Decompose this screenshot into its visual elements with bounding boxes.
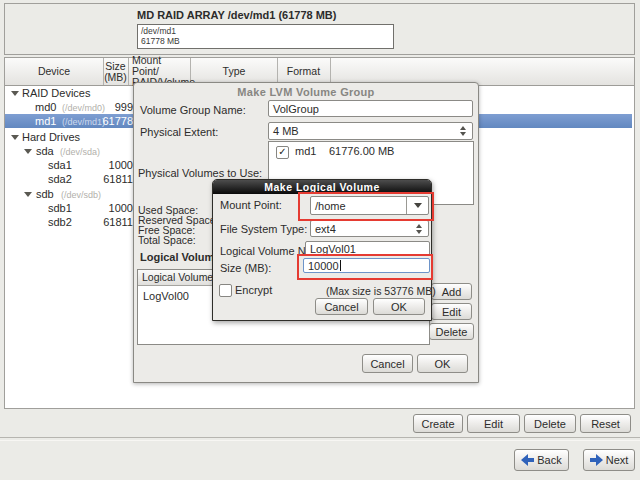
- column-header-device[interactable]: Device: [5, 58, 104, 85]
- column-header-mountpoint[interactable]: Mount Point/RAID/Volume: [128, 58, 191, 85]
- next-button[interactable]: Next: [583, 449, 635, 471]
- expander-icon[interactable]: [24, 149, 32, 154]
- device-size: 61811: [91, 215, 133, 229]
- device-name: sda1: [48, 158, 72, 172]
- lvm-ok-button[interactable]: OK: [417, 354, 468, 373]
- expander-icon[interactable]: [11, 135, 19, 140]
- create-button[interactable]: Create: [413, 414, 463, 433]
- spinner-icon[interactable]: [460, 126, 467, 136]
- device-name: sdb: [36, 187, 54, 201]
- column-header-type[interactable]: Type: [191, 58, 278, 85]
- chevron-down-icon[interactable]: [406, 197, 428, 214]
- edit-button[interactable]: Edit: [467, 414, 520, 433]
- dialog-title: Make LVM Volume Group: [134, 86, 478, 98]
- lvm-cancel-button[interactable]: Cancel: [362, 354, 413, 373]
- logical-volume-item[interactable]: LogVol00: [143, 290, 189, 302]
- delete-lv-button[interactable]: Delete: [429, 323, 474, 340]
- device-name: /dev/md1: [141, 26, 390, 36]
- reset-button[interactable]: Reset: [580, 414, 631, 433]
- pv-name: md1: [295, 145, 316, 157]
- dialog-title: Make Logical Volume: [264, 181, 380, 193]
- mount-point-combobox[interactable]: /home: [310, 196, 429, 215]
- device-size: 999: [91, 100, 133, 114]
- device-size: 61778: [91, 114, 133, 128]
- device-size: 61778 MB: [141, 36, 390, 46]
- size-label: Size (MB):: [220, 262, 271, 274]
- device-size: 1000: [91, 201, 133, 215]
- make-logical-volume-dialog: Make Logical Volume Mount Point: /home F…: [212, 179, 432, 321]
- logical-volume-name-input[interactable]: LogVol01: [305, 241, 430, 256]
- device-name: sdb1: [48, 201, 72, 215]
- tree-label: Hard Drives: [22, 130, 80, 144]
- size-input[interactable]: 10000: [303, 258, 430, 273]
- encrypt-label: Encrypt: [235, 284, 272, 296]
- add-button[interactable]: Add: [431, 283, 472, 300]
- max-size-note: (Max size is 53776 MB): [326, 285, 436, 297]
- device-name: sda2: [48, 172, 72, 186]
- page-title: MD RAID ARRAY /dev/md1 (61778 MB): [137, 9, 336, 21]
- edit-lv-button[interactable]: Edit: [431, 303, 472, 320]
- expander-icon[interactable]: [11, 91, 19, 96]
- spinner-icon[interactable]: [416, 224, 423, 234]
- device-header-panel: MD RAID ARRAY /dev/md1 (61778 MB) /dev/m…: [4, 3, 635, 55]
- installer-window: MD RAID ARRAY /dev/md1 (61778 MB) /dev/m…: [0, 0, 640, 480]
- encrypt-checkbox[interactable]: [219, 284, 232, 297]
- delete-button[interactable]: Delete: [524, 414, 576, 433]
- dialog-titlebar[interactable]: Make Logical Volume: [213, 180, 431, 194]
- text-cursor: [340, 260, 341, 271]
- physical-extent-select[interactable]: 4 MB: [268, 122, 473, 140]
- device-name: md0: [35, 100, 56, 114]
- device-path: (/dev/sda): [60, 145, 100, 159]
- total-space-label: Total Space:: [138, 234, 196, 246]
- pv-size: 61776.00 MB: [329, 145, 394, 157]
- tree-label: RAID Devices: [22, 86, 90, 100]
- volume-group-name-label: Volume Group Name:: [140, 104, 246, 116]
- device-size: 1000: [91, 158, 133, 172]
- device-name: md1: [35, 114, 56, 128]
- footer-separator: [0, 437, 640, 441]
- device-size: 61811: [91, 172, 133, 186]
- back-button[interactable]: Back: [514, 449, 569, 471]
- physical-extent-label: Physical Extent:: [140, 126, 218, 138]
- physical-volumes-label: Physical Volumes to Use:: [138, 167, 262, 179]
- mount-point-label: Mount Point:: [220, 199, 282, 211]
- column-header-format[interactable]: Format: [277, 58, 331, 85]
- back-arrow-icon: [521, 454, 534, 466]
- file-system-type-label: File System Type:: [220, 223, 307, 235]
- device-summary-box: /dev/md1 61778 MB: [137, 24, 394, 49]
- column-header-size[interactable]: Size(MB): [103, 58, 129, 85]
- volume-group-name-input[interactable]: VolGroup: [268, 100, 473, 117]
- lv-ok-button[interactable]: OK: [373, 298, 425, 315]
- next-arrow-icon: [590, 454, 603, 466]
- lv-cancel-button[interactable]: Cancel: [315, 298, 368, 315]
- device-name: sdb2: [48, 215, 72, 229]
- device-path: (/dev/sdb): [61, 188, 101, 202]
- device-name: sda: [36, 144, 54, 158]
- expander-icon[interactable]: [24, 192, 32, 197]
- file-system-type-select[interactable]: ext4: [310, 220, 429, 237]
- md1-checkbox[interactable]: [276, 146, 289, 159]
